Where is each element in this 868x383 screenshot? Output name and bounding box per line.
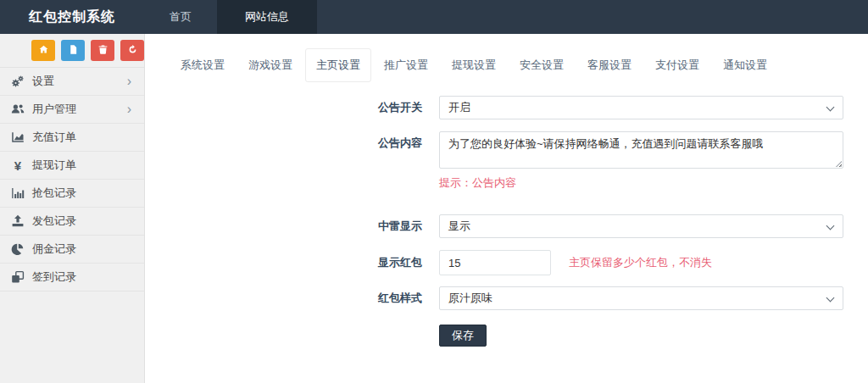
sidebar-item-grab-records[interactable]: 抢包记录 — [0, 180, 144, 208]
tab-homepage-settings[interactable]: 主页设置 — [305, 48, 371, 82]
select-value: 显示 — [448, 219, 470, 234]
main-content: 系统设置 游戏设置 主页设置 推广设置 提现设置 安全设置 客服设置 支付设置 … — [145, 34, 868, 383]
bar-chart-icon — [10, 186, 25, 200]
announcement-switch-row: 公告开关 开启 — [145, 96, 868, 119]
sidebar-item-label: 佣金记录 — [32, 241, 136, 257]
recycle-button[interactable] — [120, 40, 144, 61]
save-row: 保存 — [145, 325, 868, 347]
show-redpacket-row: 显示红包 主页保留多少个红包，不消失 — [145, 250, 868, 275]
gears-icon — [10, 75, 25, 88]
sidebar-item-label: 充值订单 — [32, 130, 136, 145]
top-header: 红包控制系统 首页 网站信息 — [0, 0, 868, 34]
select-value: 原汁原味 — [448, 291, 492, 306]
mine-display-select[interactable]: 显示 — [439, 214, 843, 238]
announcement-content-row: 公告内容 为了您的良好体验~请保持网络畅通，充值遇到问题请联系客服哦 — [145, 131, 868, 169]
file-icon — [68, 44, 79, 58]
settings-tabs: 系统设置 游戏设置 主页设置 推广设置 提现设置 安全设置 客服设置 支付设置 … — [170, 48, 868, 82]
announcement-switch-label: 公告开关 — [145, 96, 439, 119]
sidebar-quick-actions — [0, 34, 144, 68]
homepage-settings-form: 公告开关 开启 公告内容 为了您的良好体验~请保持网络畅通，充值遇到问题请联系客… — [145, 96, 868, 347]
sidebar-item-user-management[interactable]: 用户管理 › — [0, 96, 144, 124]
app-title: 红包控制系统 — [0, 0, 144, 34]
show-redpacket-input[interactable] — [439, 250, 551, 275]
app-window: 红包控制系统 首页 网站信息 — [0, 0, 868, 383]
show-redpacket-label: 显示红包 — [145, 250, 439, 275]
mine-display-label: 中雷显示 — [145, 214, 439, 238]
home-button[interactable] — [31, 40, 55, 61]
nav-item-site-info[interactable]: 网站信息 — [217, 0, 317, 34]
sidebar-menu: 设置 › 用户管理 › 充值订单 ¥ 提现订单 — [0, 68, 144, 291]
sidebar: 设置 › 用户管理 › 充值订单 ¥ 提现订单 — [0, 34, 145, 383]
trash-button[interactable] — [91, 40, 114, 61]
redpacket-style-label: 红包样式 — [145, 286, 439, 310]
announcement-content-label: 公告内容 — [145, 131, 439, 155]
home-icon — [38, 44, 49, 58]
sidebar-item-label: 用户管理 — [32, 102, 127, 117]
chevron-right-icon: › — [127, 103, 136, 116]
select-value: 开启 — [448, 100, 470, 115]
tab-notification-settings[interactable]: 通知设置 — [712, 48, 778, 82]
sidebar-item-settings[interactable]: 设置 › — [0, 68, 144, 96]
sidebar-item-label: 设置 — [32, 74, 127, 89]
sidebar-item-label: 签到记录 — [32, 269, 136, 285]
area-chart-icon — [10, 130, 25, 144]
announcement-content-textarea[interactable]: 为了您的良好体验~请保持网络畅通，充值遇到问题请联系客服哦 — [439, 131, 843, 169]
sidebar-item-commission-records[interactable]: 佣金记录 — [0, 236, 144, 264]
chevron-down-icon — [826, 294, 835, 303]
recycle-icon — [127, 44, 138, 58]
file-button[interactable] — [61, 40, 85, 61]
chevron-down-icon — [826, 222, 835, 230]
upload-icon — [10, 214, 25, 228]
yen-icon: ¥ — [10, 159, 25, 172]
sidebar-item-recharge-orders[interactable]: 充值订单 — [0, 124, 144, 152]
sidebar-item-withdraw-orders[interactable]: ¥ 提现订单 — [0, 152, 144, 180]
announcement-switch-select[interactable]: 开启 — [439, 96, 843, 119]
clone-icon — [10, 270, 25, 284]
tab-system-settings[interactable]: 系统设置 — [170, 48, 236, 82]
save-button[interactable]: 保存 — [439, 325, 487, 347]
chevron-right-icon: › — [127, 75, 136, 88]
show-redpacket-hint: 主页保留多少个红包，不消失 — [569, 250, 712, 275]
nav-item-home[interactable]: 首页 — [144, 0, 217, 34]
mine-display-row: 中雷显示 显示 — [145, 214, 868, 238]
chevron-down-icon — [826, 103, 835, 112]
announcement-content-hint: 提示：公告内容 — [439, 175, 868, 191]
redpacket-style-select[interactable]: 原汁原味 — [439, 286, 843, 310]
tab-withdraw-settings[interactable]: 提现设置 — [441, 48, 507, 82]
sidebar-item-send-records[interactable]: 发包记录 — [0, 208, 144, 236]
tab-game-settings[interactable]: 游戏设置 — [237, 48, 303, 82]
announcement-content-wrap: 为了您的良好体验~请保持网络畅通，充值遇到问题请联系客服哦 — [439, 131, 843, 169]
sidebar-item-label: 提现订单 — [32, 158, 136, 173]
sidebar-item-label: 发包记录 — [32, 214, 136, 229]
spacer — [145, 191, 868, 214]
tab-promotion-settings[interactable]: 推广设置 — [373, 48, 439, 82]
redpacket-style-row: 红包样式 原汁原味 — [145, 286, 868, 310]
sidebar-item-label: 抢包记录 — [32, 186, 136, 201]
sidebar-item-signin-records[interactable]: 签到记录 — [0, 264, 144, 291]
pie-chart-icon — [10, 242, 25, 256]
top-nav: 首页 网站信息 — [144, 0, 317, 34]
trash-icon — [97, 44, 108, 58]
tab-payment-settings[interactable]: 支付设置 — [644, 48, 710, 82]
users-icon — [10, 103, 25, 116]
tab-customer-service-settings[interactable]: 客服设置 — [576, 48, 643, 82]
tab-security-settings[interactable]: 安全设置 — [509, 48, 575, 82]
